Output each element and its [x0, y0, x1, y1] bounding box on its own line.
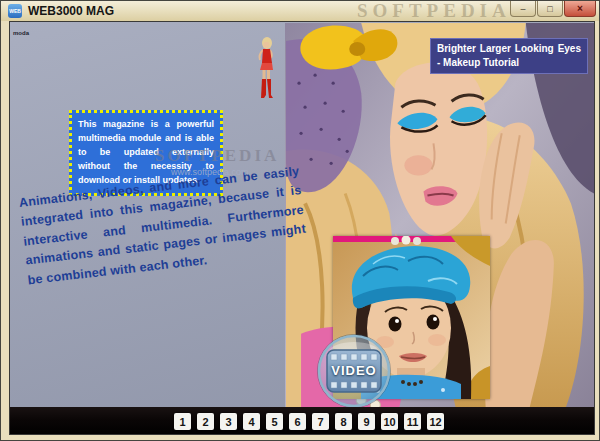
minimize-button[interactable]: –: [510, 1, 536, 17]
app-window: WEB WEB3000 MAG – □ × SOFTPEDIA moda: [0, 0, 600, 441]
page-button-2[interactable]: 2: [197, 413, 214, 430]
page-navigation-bar: 1 2 3 4 5 6 7 8 9 10 11 12: [10, 407, 594, 435]
page-button-11[interactable]: 11: [404, 413, 421, 430]
softpedia-url-watermark: www.softpedia.com: [171, 167, 249, 177]
page-button-6[interactable]: 6: [289, 413, 306, 430]
video-button[interactable]: VIDEO: [316, 334, 392, 408]
dancer-figure: [256, 36, 276, 100]
maximize-button[interactable]: □: [537, 1, 563, 17]
page-button-1[interactable]: 1: [174, 413, 191, 430]
window-controls: – □ ×: [510, 1, 596, 17]
softpedia-watermark-middle: SOFTPEDIA: [155, 146, 279, 166]
page-buttons: 1 2 3 4 5 6 7 8 9 10 11 12: [174, 413, 444, 430]
app-icon: WEB: [8, 4, 22, 18]
dancer-animation: [256, 36, 276, 100]
softpedia-watermark-top: SOFTPEDIA: [357, 0, 511, 22]
window-title: WEB3000 MAG: [28, 4, 114, 18]
page-button-8[interactable]: 8: [335, 413, 352, 430]
page-button-12[interactable]: 12: [427, 413, 444, 430]
intro-paragraph: Animations, Videos, and more can be easi…: [18, 162, 309, 290]
page-button-3[interactable]: 3: [220, 413, 237, 430]
page-button-5[interactable]: 5: [266, 413, 283, 430]
page-button-9[interactable]: 9: [358, 413, 375, 430]
headline-banner: Brighter Larger Looking Eyes - Makeup Tu…: [430, 38, 588, 74]
magazine-page: moda: [9, 21, 595, 435]
close-button[interactable]: ×: [564, 1, 596, 17]
page-button-4[interactable]: 4: [243, 413, 260, 430]
video-label: VIDEO: [316, 363, 392, 378]
mode-label: moda: [13, 30, 29, 36]
page-button-7[interactable]: 7: [312, 413, 329, 430]
page-button-10[interactable]: 10: [381, 413, 398, 430]
